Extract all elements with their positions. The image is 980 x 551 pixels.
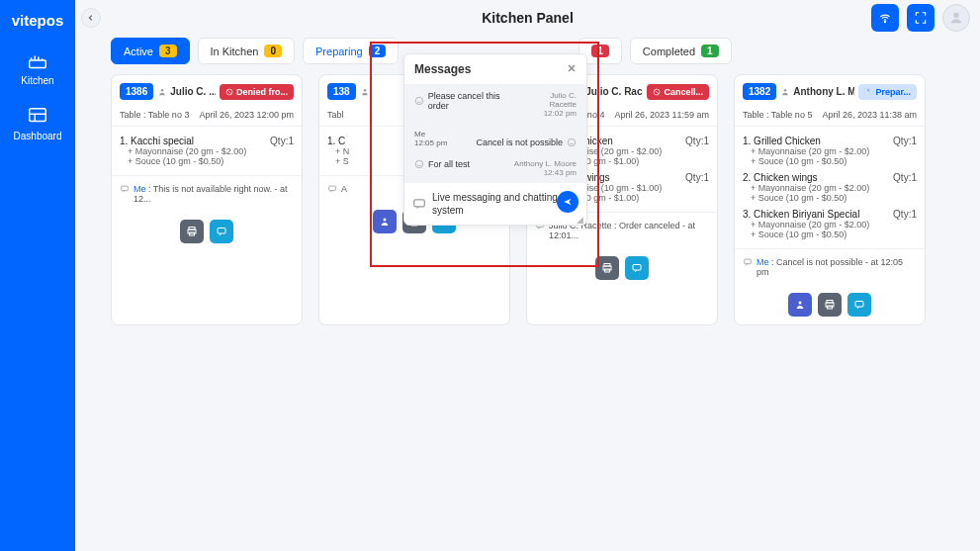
table-label: Table : Table no 3: [120, 110, 189, 120]
item-qty: Qty:1: [270, 136, 294, 146]
svg-point-11: [363, 89, 366, 92]
brand-logo: vitepos: [8, 6, 68, 41]
table-label: Table : Table no 5: [743, 110, 812, 120]
fullscreen-icon: [914, 11, 928, 25]
order-item: 2. Chicken wingsQty:1+ Mayonnaise (20 gm…: [743, 169, 917, 206]
order-item: 1. Kacchi specialQty:1+ Mayonnaise (20 g…: [120, 133, 294, 169]
tab-completed-count: 1: [701, 45, 719, 57]
tab-preparing[interactable]: Preparing 2: [303, 38, 399, 64]
chat-close-button[interactable]: [567, 62, 577, 76]
item-addon: + Souce (10 gm - $0.50): [743, 230, 917, 239]
chat-button[interactable]: [210, 220, 233, 243]
tab-ready-count: 1: [591, 45, 609, 57]
item-addon: + Mayonnaise (20 gm - $2.00): [743, 220, 917, 230]
message-text: For all test: [414, 159, 470, 169]
chat-title: Messages: [414, 62, 471, 76]
chat-button[interactable]: [847, 293, 871, 317]
sidebar-dashboard-label: Dashboard: [14, 131, 62, 141]
note-author: Me: [134, 184, 146, 194]
print-button[interactable]: [180, 220, 204, 243]
chat-body[interactable]: Please cancel this orderJulio C. Racette…: [404, 85, 586, 183]
tab-preparing-label: Preparing: [315, 46, 363, 57]
message-from: Julio C. Racette12:02 pm: [521, 91, 577, 118]
order-number: 138: [327, 83, 356, 100]
item-qty: Qty:1: [685, 172, 709, 183]
svg-point-13: [384, 219, 387, 222]
card-note: Me : This is not available right now. - …: [112, 175, 302, 212]
svg-point-34: [415, 160, 423, 168]
svg-rect-12: [329, 186, 336, 191]
print-button[interactable]: [818, 293, 842, 317]
tab-completed[interactable]: Completed 1: [630, 38, 732, 64]
message-time: 12:05 pm: [414, 138, 447, 147]
fullscreen-button[interactable]: [907, 4, 935, 32]
item-name: 1. Grilled Chicken: [743, 136, 821, 146]
tab-active[interactable]: Active 3: [111, 38, 190, 64]
card-actions: [735, 285, 925, 324]
assign-user-button[interactable]: [788, 293, 812, 317]
order-card: 1382Anthony L. M...Prepar...Table : Tabl…: [734, 74, 926, 325]
wifi-button[interactable]: [871, 4, 899, 32]
card-actions: [527, 248, 717, 288]
card-header: 1386Julio C. ...Denied fro...: [112, 75, 302, 106]
svg-rect-10: [218, 229, 225, 234]
page-title: Kitchen Panel: [482, 10, 574, 26]
tab-in-kitchen-count: 0: [264, 45, 282, 57]
message-from: Anthony L. Moore12:43 pm: [514, 159, 577, 177]
item-qty: Qty:1: [893, 209, 917, 220]
item-name: 3. Chicken Biriyani Special: [743, 209, 859, 220]
order-number: 1382: [743, 83, 776, 100]
item-name: 1. C: [327, 136, 345, 146]
close-icon: [567, 63, 577, 73]
status-badge: Cancell...: [647, 84, 709, 100]
card-items: 1. Kacchi specialQty:1+ Mayonnaise (20 g…: [112, 127, 302, 175]
svg-rect-26: [745, 259, 752, 264]
card-header: 1382Anthony L. M...Prepar...: [735, 75, 925, 106]
chat-header: Messages: [404, 54, 586, 85]
kitchen-icon: [27, 50, 48, 72]
user-icon: [379, 216, 391, 228]
sidebar-kitchen-label: Kitchen: [21, 75, 53, 86]
tab-in-kitchen[interactable]: In Kitchen 0: [198, 38, 295, 64]
tab-completed-label: Completed: [643, 46, 695, 57]
send-icon: [563, 197, 573, 207]
wifi-icon: [878, 11, 892, 25]
order-item: 3. Chicken Biriyani SpecialQty:1+ Mayonn…: [743, 206, 917, 242]
note-author: Me: [757, 257, 769, 267]
resize-grip[interactable]: ◢: [577, 215, 584, 223]
sidebar: vitepos Kitchen Dashboard: [0, 0, 75, 551]
header: Kitchen Panel: [75, 0, 980, 36]
svg-point-27: [799, 302, 802, 305]
message-text: Please cancel this order: [414, 91, 521, 111]
cancel-icon: [225, 88, 233, 96]
chat-send-button[interactable]: [557, 191, 579, 213]
item-addon: + Souce (10 gm - $0.50): [120, 156, 294, 166]
item-addon: + Mayonnaise (20 gm - $2.00): [120, 146, 294, 156]
item-qty: Qty:1: [893, 172, 917, 183]
status-badge: Denied fro...: [220, 84, 294, 100]
tab-in-kitchen-label: In Kitchen: [211, 46, 259, 57]
chat-message: Please cancel this orderJulio C. Racette…: [404, 85, 586, 124]
waiter-name: Julio C. ...: [157, 86, 216, 97]
svg-point-4: [161, 89, 164, 92]
svg-point-3: [953, 13, 958, 18]
chat-bubble-icon: [412, 197, 426, 211]
item-addon: + Souce (10 gm - $0.50): [743, 156, 917, 166]
note-text: : This is not available right now. - at …: [134, 184, 287, 204]
assign-user-button[interactable]: [373, 210, 397, 233]
svg-rect-31: [855, 302, 863, 308]
chat-icon: [853, 299, 865, 311]
sidebar-item-dashboard[interactable]: Dashboard: [0, 96, 75, 151]
chat-panel: Messages Please cancel this orderJulio C…: [403, 53, 587, 226]
svg-rect-24: [633, 265, 641, 271]
user-avatar[interactable]: [942, 4, 970, 32]
chat-button[interactable]: [625, 256, 649, 280]
print-icon: [824, 299, 836, 311]
sidebar-item-kitchen[interactable]: Kitchen: [0, 41, 75, 96]
header-actions: [871, 4, 970, 32]
chat-message: For all testAnthony L. Moore12:43 pm: [404, 153, 586, 183]
svg-point-25: [784, 89, 787, 92]
print-button[interactable]: [595, 256, 619, 280]
cancel-icon: [653, 88, 661, 96]
svg-point-33: [568, 138, 576, 146]
